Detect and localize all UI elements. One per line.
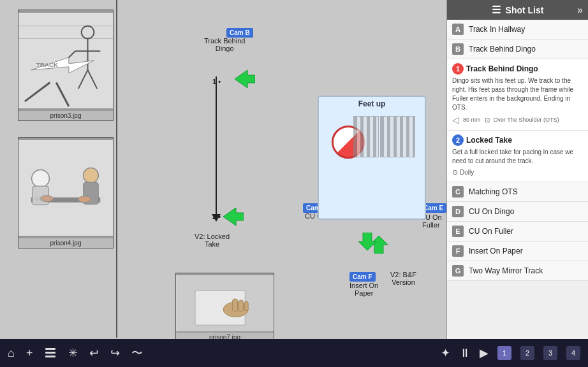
shot-E-label: CU On Fuller <box>469 227 513 236</box>
layers-icon <box>44 347 57 359</box>
toolbar-right: ✦ ⏸ ▶ 1 2 3 4 <box>441 346 580 360</box>
toolbar: ⌂ + ✳ ↩ ↪ 〜 ✦ ⏸ ▶ 1 2 3 4 <box>0 339 588 367</box>
shot-detail-2: 2 Locked Take Get a full locked take for… <box>447 131 588 182</box>
header-chevron: » <box>577 4 583 16</box>
shot-G-label: Two Way Mirror Track <box>469 266 543 275</box>
svg-rect-34 <box>45 348 55 350</box>
shot-A-label: Track In Hallway <box>469 25 525 34</box>
cam-extra-2-icon <box>358 233 376 250</box>
shot-letter-E: E <box>452 226 464 237</box>
shot-C-label: Matching OTS <box>469 187 518 196</box>
shot-item-G[interactable]: G Two Way Mirror Track <box>447 261 588 281</box>
shot-type-icon: ⊡ <box>485 117 490 124</box>
shot-item-F[interactable]: F Insert On Paper <box>447 241 588 261</box>
cam-f-badge: Cam F <box>349 272 376 282</box>
shot-item-B[interactable]: B Track Behind Dingo <box>447 40 588 59</box>
shot-1-desc: Dingo sits with his feet up. We track to… <box>452 76 583 112</box>
shot-letter-D: D <box>452 206 464 217</box>
cam-f-scene-label: Insert OnPaper <box>349 282 378 297</box>
shot-detail-1: 1 Track Behind Dingo Dingo sits with his… <box>447 59 588 131</box>
bars-icon-2 <box>353 116 379 157</box>
app: TRACK prison3.jpg <box>0 0 588 367</box>
page-4-btn[interactable]: 4 <box>566 346 580 360</box>
cam-b-icon <box>235 70 255 88</box>
redo-btn[interactable]: ↪ <box>110 346 120 360</box>
shotlist-panel: ☰ Shot List » A Track In Hallway B Track… <box>446 0 588 367</box>
shot-2-desc: Get a full locked take for pacing in cas… <box>452 148 583 166</box>
asterisk-btn[interactable]: ✳ <box>68 346 78 360</box>
shot-item-D[interactable]: D CU On Dingo <box>447 202 588 222</box>
prison4-label: prison4.jpg <box>18 238 113 248</box>
v2-locked-label: V2: LockedTake <box>195 233 230 248</box>
shot-2-title: Locked Take <box>466 136 512 145</box>
svg-rect-26 <box>239 300 244 312</box>
layers-btn[interactable] <box>44 347 57 359</box>
dolly-icon: ⊙ <box>452 168 458 176</box>
svg-text:TRACK: TRACK <box>36 61 59 68</box>
puzzle-btn[interactable]: ✦ <box>441 346 450 360</box>
cam-b-scene-label: Track BehindDingo <box>204 37 245 52</box>
dot-1: 1 • <box>212 75 221 87</box>
shotlist-header: ☰ Shot List » <box>447 0 588 20</box>
page-3-btn[interactable]: 3 <box>543 346 557 360</box>
dolly-label: Dolly <box>460 169 474 176</box>
shot-item-A[interactable]: A Track In Hallway <box>447 20 588 40</box>
storyboard-prison3[interactable]: TRACK prison3.jpg <box>18 10 114 121</box>
svg-rect-35 <box>45 352 55 354</box>
shot-letter-G: G <box>452 265 464 277</box>
svg-point-17 <box>84 168 99 183</box>
add-btn[interactable]: + <box>26 347 33 360</box>
page-2-btn[interactable]: 2 <box>520 346 534 360</box>
page-1-btn[interactable]: 1 <box>497 346 511 360</box>
squiggle-btn[interactable]: 〜 <box>131 345 143 361</box>
pause-btn[interactable]: ⏸ <box>459 347 471 360</box>
shot-D-label: CU On Dingo <box>469 207 514 216</box>
svg-rect-36 <box>45 356 55 357</box>
bars-icon-1 <box>380 116 415 157</box>
svg-marker-28 <box>235 70 255 88</box>
svg-rect-25 <box>233 299 238 312</box>
svg-marker-29 <box>223 208 244 226</box>
shot-type-value: Over The Shoulder (OTS) <box>494 117 559 123</box>
storyboard-prison4[interactable]: TRACK prison4.jpg <box>18 137 114 248</box>
shot-letter-B: B <box>452 43 464 55</box>
prison3-label: prison3.jpg <box>18 111 113 120</box>
svg-text:TRACK: TRACK <box>34 196 52 202</box>
toolbar-left: ⌂ + ✳ ↩ ↪ 〜 <box>8 345 143 361</box>
shot-item-E[interactable]: E CU On Fuller <box>447 222 588 241</box>
timeline-line <box>116 0 117 338</box>
svg-point-20 <box>78 196 91 203</box>
shot-1-title: Track Behind Dingo <box>466 64 538 73</box>
arrow-line <box>216 76 217 217</box>
list-icon: ☰ <box>492 4 501 16</box>
cam-d-icon <box>223 208 244 226</box>
v2-bf-label: V2: B&FVersion <box>390 271 416 286</box>
dot-2-label: 2 • <box>212 213 221 220</box>
shot-letter-F: F <box>452 245 464 257</box>
canvas: TRACK prison3.jpg <box>0 0 446 367</box>
cam-b-badge: Cam B <box>226 28 253 38</box>
dot-2: 2 • <box>212 210 221 222</box>
shot-F-label: Insert On Paper <box>469 247 523 255</box>
shot-B-label: Track Behind Dingo <box>469 45 536 54</box>
shotlist-title: Shot List <box>506 5 544 15</box>
feet-up-box: Feet up <box>318 96 426 220</box>
feet-up-label: Feet up <box>319 97 425 111</box>
undo-btn[interactable]: ↩ <box>89 346 99 360</box>
shot-num-2-badge: 2 <box>452 134 464 146</box>
shot-num-1-badge: 1 <box>452 63 464 75</box>
shot-item-C[interactable]: C Matching OTS <box>447 182 588 202</box>
shot-letter-C: C <box>452 186 464 198</box>
shot-letter-A: A <box>452 24 464 35</box>
storyboard-prison7[interactable]: prison7.jpg <box>175 273 274 343</box>
svg-marker-33 <box>358 233 376 250</box>
svg-rect-27 <box>244 301 248 311</box>
svg-point-15 <box>32 169 50 187</box>
shotlist-items: A Track In Hallway B Track Behind Dingo … <box>447 20 588 367</box>
lens-value: 80 mm <box>463 117 481 123</box>
play-btn[interactable]: ▶ <box>480 346 489 360</box>
lens-icon: ◁ <box>452 115 459 125</box>
dot-1-label: 1 • <box>212 78 221 85</box>
home-btn[interactable]: ⌂ <box>8 347 15 360</box>
